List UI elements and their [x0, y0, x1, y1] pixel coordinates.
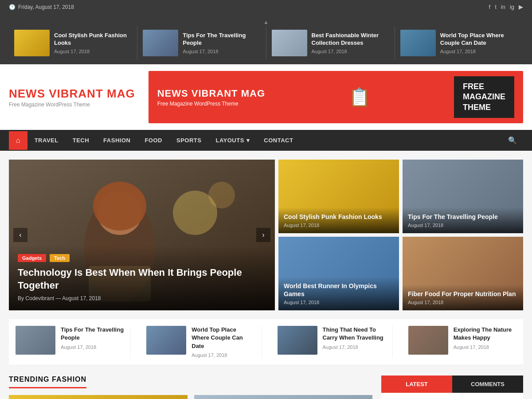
social-icons: f t in ig ▶ — [489, 4, 524, 10]
hero-title: Technology Is Best When When It Brings P… — [18, 266, 266, 292]
site-header: NEWS VIBRANT MAG Free Magazine WordPress… — [0, 64, 532, 130]
sidebar-article-0[interactable]: Cool Stylish Punk Fashion Looks — [386, 397, 519, 399]
tag-gadgets[interactable]: Gadgets — [18, 254, 46, 262]
ticker-item[interactable]: Best Fashionable Winter Collection Dress… — [266, 26, 395, 60]
hero-author: Codevibrant — [25, 295, 54, 301]
facebook-icon[interactable]: f — [489, 4, 491, 10]
side-card-title-1: Tips For The Travelling People — [408, 213, 518, 221]
hero-main-card[interactable]: ‹ › Gadgets Tech Technology Is Best When… — [9, 160, 275, 310]
ticker-title: Best Fashionable Winter Collection Dress… — [312, 32, 389, 47]
ticker-thumb — [143, 30, 178, 56]
linkedin-icon[interactable]: in — [501, 4, 505, 10]
trending-card-1[interactable]: Best Fashionable Winter Collection Dress… — [194, 395, 373, 399]
dropdown-icon: ▾ — [246, 137, 250, 144]
article-item-2[interactable]: Thing That Need To Carry When Travelling… — [271, 326, 393, 358]
ticker-title: Cool Stylish Punk Fashion Looks — [54, 32, 132, 47]
svg-point-2 — [208, 182, 235, 208]
ticker-item[interactable]: Tips For The Travelling People August 17… — [137, 26, 266, 60]
article-item-1[interactable]: World Top Place Where Couple Can Date Au… — [140, 326, 262, 358]
nav-search-button[interactable]: 🔍 — [502, 130, 523, 151]
side-card-overlay-0: Cool Stylish Punk Fashion Looks August 1… — [278, 207, 399, 233]
hero-meta: By Codevibrant — August 17, 2018 — [18, 295, 266, 301]
nav-item-travel[interactable]: TRAVEL — [27, 131, 66, 150]
article-date-0: August 17, 2018 — [61, 344, 124, 350]
twitter-icon[interactable]: t — [495, 4, 497, 10]
trending-card-0[interactable]: Cool Stylish Punk Fashion Looks August 1… — [9, 395, 188, 399]
nav-item-layouts[interactable]: LAYOUTS ▾ — [208, 131, 257, 150]
article-title-1: World Top Place Where Couple Can Date — [192, 326, 254, 350]
trending-section: TRENDING FASHION Cool Stylish Punk Fashi… — [9, 376, 523, 399]
ticker-title: World Top Place Where Couple Can Date — [440, 32, 518, 47]
nav-item-food[interactable]: FOOD — [137, 131, 169, 150]
logo-text: NEWS VIBRANT MAG — [9, 87, 135, 101]
ticker-title: Tips For The Travelling People — [183, 32, 260, 47]
section-title-trending: TRENDING FASHION — [9, 376, 86, 388]
sidebar-tab-latest[interactable]: LATEST — [381, 376, 452, 393]
article-date-3: August 17, 2018 — [454, 344, 516, 350]
hero-next-button[interactable]: › — [256, 228, 270, 242]
ticker-items: Cool Stylish Punk Fashion Looks August 1… — [9, 26, 523, 60]
article-title-3: Exploring The Nature Makes Happy — [454, 326, 516, 342]
logo[interactable]: NEWS VIBRANT MAG Free Magazine WordPress… — [9, 87, 135, 108]
hero-navigation: ‹ › — [9, 228, 275, 242]
ticker-date: August 17, 2018 — [183, 49, 260, 54]
hero-prev-button[interactable]: ‹ — [13, 228, 27, 242]
nav-home-button[interactable]: ⌂ — [9, 131, 27, 150]
side-card-0[interactable]: Cool Stylish Punk Fashion Looks August 1… — [278, 160, 399, 233]
nav-bar: ⌂ TRAVEL TECH FASHION FOOD SPORTS LAYOUT… — [0, 130, 532, 151]
article-item-3[interactable]: Exploring The Nature Makes Happy August … — [402, 326, 523, 358]
article-info-1: World Top Place Where Couple Can Date Au… — [192, 326, 254, 358]
ticker-toggle[interactable]: ▲ — [9, 18, 523, 26]
article-thumb-3 — [408, 326, 448, 355]
sidebar-tabs: LATEST COMMENTS — [381, 376, 523, 393]
nav-item-tech[interactable]: TECH — [66, 131, 96, 150]
nav-item-contact[interactable]: CONTACT — [257, 131, 300, 150]
side-card-date-0: August 17, 2018 — [284, 223, 394, 228]
trending-grid: Cool Stylish Punk Fashion Looks August 1… — [9, 395, 372, 399]
ticker-thumb — [272, 30, 307, 56]
side-card-2[interactable]: World Best Runner In Olympics Games Augu… — [278, 237, 399, 310]
clock-icon: 🕐 — [9, 4, 16, 10]
header-banner[interactable]: NEWS VIBRANT MAG Free Magazine WordPress… — [149, 71, 523, 123]
nav-item-sports[interactable]: SPORTS — [169, 131, 208, 150]
ticker-thumb — [14, 30, 50, 56]
top-bar: 🕐 Friday, August 17, 2018 f t in ig ▶ — [0, 0, 532, 14]
hero-side-cards: Cool Stylish Punk Fashion Looks August 1… — [278, 160, 523, 310]
ticker-bar: ▲ Cool Stylish Punk Fashion Looks August… — [0, 14, 532, 64]
side-card-title-3: Fiber Food For Proper Nutrition Plan — [408, 290, 518, 298]
side-card-1[interactable]: Tips For The Travelling People August 17… — [403, 160, 523, 233]
banner-subtitle: Free Magazine WordPress Theme — [157, 101, 265, 107]
ticker-date: August 17, 2018 — [440, 49, 518, 54]
nav-item-fashion[interactable]: FASHION — [96, 131, 137, 150]
side-card-date-1: August 17, 2018 — [408, 223, 518, 228]
ticker-info: Best Fashionable Winter Collection Dress… — [312, 32, 389, 54]
sidebar-content: Cool Stylish Punk Fashion Looks — [381, 393, 523, 399]
article-date-1: August 17, 2018 — [192, 352, 254, 358]
side-card-3[interactable]: Fiber Food For Proper Nutrition Plan Aug… — [403, 237, 523, 310]
ticker-date: August 17, 2018 — [312, 49, 389, 54]
article-item-0[interactable]: Tips For The Travelling People August 17… — [9, 326, 131, 358]
banner-cta: FREEMAGAZINETHEME — [454, 76, 514, 118]
ticker-item[interactable]: World Top Place Where Couple Can Date Au… — [395, 26, 523, 60]
article-info-0: Tips For The Travelling People August 17… — [61, 326, 124, 349]
banner-left: NEWS VIBRANT MAG Free Magazine WordPress… — [157, 88, 265, 107]
main-content: ‹ › Gadgets Tech Technology Is Best When… — [0, 151, 532, 399]
youtube-icon[interactable]: ▶ — [519, 4, 523, 10]
side-card-overlay-3: Fiber Food For Proper Nutrition Plan Aug… — [403, 285, 523, 310]
ticker-info: Cool Stylish Punk Fashion Looks August 1… — [54, 32, 132, 54]
date-text: Friday, August 17, 2018 — [18, 4, 74, 10]
trending-sidebar: LATEST COMMENTS Cool Stylish Punk Fashio… — [381, 376, 523, 399]
side-card-title-2: World Best Runner In Olympics Games — [284, 282, 394, 298]
article-info-2: Thing That Need To Carry When Travelling… — [323, 326, 386, 349]
hero-overlay: Gadgets Tech Technology Is Best When Whe… — [9, 245, 275, 310]
article-date-2: August 17, 2018 — [323, 344, 386, 350]
article-thumb-2 — [278, 326, 317, 355]
svg-point-5 — [93, 182, 146, 231]
trending-main: TRENDING FASHION Cool Stylish Punk Fashi… — [9, 376, 372, 399]
sidebar-tab-comments[interactable]: COMMENTS — [452, 376, 523, 393]
instagram-icon[interactable]: ig — [510, 4, 514, 10]
tag-tech[interactable]: Tech — [50, 254, 70, 262]
ticker-item[interactable]: Cool Stylish Punk Fashion Looks August 1… — [9, 26, 137, 60]
ticker-thumb — [400, 30, 436, 56]
articles-row: Tips For The Travelling People August 17… — [9, 319, 523, 364]
